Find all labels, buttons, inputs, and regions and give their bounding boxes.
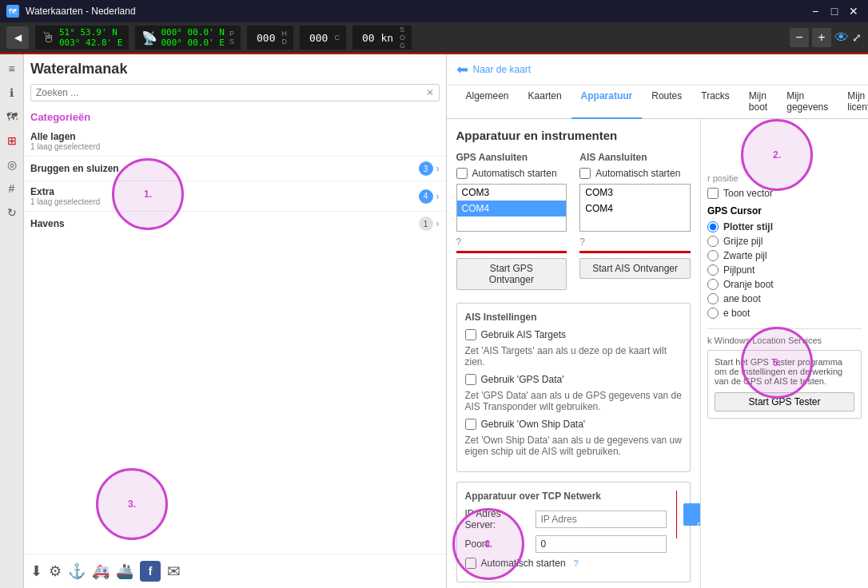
- close-button[interactable]: ✕: [846, 3, 862, 19]
- start-gps-button[interactable]: Start GPS Ontvanger: [456, 258, 567, 290]
- minimize-button[interactable]: −: [807, 3, 823, 19]
- eye-icon[interactable]: 👁: [834, 30, 849, 46]
- category-havens[interactable]: Havens 1 ›: [24, 213, 446, 234]
- cursor-e-row: e boot: [707, 308, 862, 319]
- mail-icon[interactable]: ✉: [167, 562, 181, 581]
- category-bridges[interactable]: Bruggen en sluizen 3 ›: [24, 158, 446, 179]
- back-nav-button[interactable]: ◀: [6, 26, 29, 49]
- circle-icon[interactable]: ◎: [2, 155, 22, 174]
- tab-mijn-boot[interactable]: Mijn boot: [739, 85, 777, 119]
- gps-auto-start-label: Automatisch starten: [472, 168, 557, 179]
- content-body: Apparatuur en instrumenten GPS Aansluite…: [447, 119, 869, 588]
- layers-icon[interactable]: ≡: [2, 59, 22, 78]
- gps-lat: 000° 00.0' N: [161, 27, 224, 38]
- content-area: ⬅ Naar de kaart Algemeen Kaarten Apparat…: [447, 54, 869, 588]
- gps-port-com4[interactable]: COM4: [457, 201, 567, 217]
- tab-mijn-licentie[interactable]: Mijn licentie: [838, 85, 868, 119]
- anchor-icon[interactable]: ⚓: [68, 562, 86, 580]
- gps-coord-group: 📡 000° 00.0' N 000° 00.0' E P S: [135, 26, 241, 50]
- settings-icon[interactable]: ⊞: [2, 131, 22, 150]
- ship-icon[interactable]: 🚢: [116, 562, 133, 580]
- start-ontvangst-button[interactable]: Start ontvangst: [683, 503, 700, 526]
- start-ais-button[interactable]: Start AIS Ontvanger: [579, 258, 691, 279]
- ais-settings-section: AIS Instellingen Gebruik AIS Targets Zet…: [456, 303, 691, 472]
- tcp-auto-start-label: Automatisch starten: [481, 558, 566, 569]
- window-controls: − □ ✕: [807, 3, 862, 19]
- tcp-auto-start-checkbox[interactable]: [465, 558, 476, 569]
- satellite-icon: 📡: [141, 30, 157, 46]
- gps-tester-description: Start het GPS Tester programma om de ins…: [715, 357, 854, 386]
- tab-apparatuur[interactable]: Apparatuur: [571, 85, 643, 119]
- g-label: G: [400, 42, 405, 50]
- info-icon[interactable]: ℹ: [2, 83, 22, 102]
- gps-ais-row: GPS Aansluiten Automatisch starten COM3 …: [456, 152, 691, 290]
- tab-algemeen[interactable]: Algemeen: [456, 85, 519, 119]
- category-bridges-badge: 3: [419, 161, 433, 176]
- cursor-plotter-radio[interactable]: [707, 221, 719, 232]
- back-to-map-button[interactable]: ⬅ Naar de kaart: [456, 61, 532, 78]
- right-panel: 2. r positie Toon vector GPS Cursor Plot…: [700, 119, 868, 588]
- ais-red-line: [579, 251, 691, 253]
- back-arrow-icon: ⬅: [456, 61, 468, 78]
- port-input[interactable]: [536, 535, 667, 553]
- ais-port-com3[interactable]: COM3: [580, 185, 690, 201]
- calc-icon[interactable]: #: [2, 179, 22, 198]
- maximize-button[interactable]: □: [826, 3, 842, 19]
- gps-port-listbox[interactable]: COM3 COM4: [456, 184, 567, 232]
- use-targets-checkbox[interactable]: [465, 329, 476, 340]
- tab-mijn-gegevens[interactable]: Mijn gegevens: [777, 85, 838, 119]
- gps-tester-panel: Start het GPS Tester programma om de ins…: [707, 350, 862, 419]
- search-input[interactable]: [36, 87, 423, 98]
- main-layout: ≡ ℹ 🗺 ⊞ ◎ # ↻ Wateralmanak ✕ Categorieën…: [0, 54, 868, 588]
- use-own-ship-checkbox[interactable]: [465, 419, 476, 430]
- titlebar: 🗺 Waterkaarten - Nederland − □ ✕: [0, 0, 868, 22]
- cursor-black-radio[interactable]: [707, 250, 719, 261]
- map-icon[interactable]: 🗺: [2, 107, 22, 126]
- cursor-e-radio[interactable]: [707, 308, 719, 319]
- tab-tracks[interactable]: Tracks: [691, 85, 739, 119]
- category-extra[interactable]: Extra 1 laag geselecteerd 4 ›: [24, 183, 446, 209]
- cursor-orange-row: Oranje boot: [707, 279, 862, 290]
- speed-group: 000 C: [300, 26, 346, 50]
- lifebuoy-icon[interactable]: 🚑: [92, 562, 109, 580]
- cursor-arrow-radio[interactable]: [707, 264, 719, 276]
- ais-auto-start-checkbox[interactable]: [579, 168, 591, 179]
- cursor-grey-radio[interactable]: [707, 236, 719, 247]
- zoom-in-button[interactable]: +: [812, 28, 831, 47]
- ip-row: IP Adres Server:: [465, 508, 667, 530]
- download-icon[interactable]: ⬇: [30, 562, 42, 580]
- refresh-icon[interactable]: ↻: [2, 203, 22, 222]
- mouse-icon: 🖱: [42, 30, 56, 46]
- start-gps-tester-button[interactable]: Start GPS Tester: [715, 392, 854, 411]
- cursor-orange-radio[interactable]: [707, 279, 719, 290]
- ais-port-listbox[interactable]: COM3 COM4: [579, 184, 691, 232]
- expand-icon[interactable]: ⤢: [852, 31, 862, 44]
- cursor-ane-row: ane boot: [707, 293, 862, 304]
- ip-input[interactable]: [536, 511, 667, 528]
- tab-kaarten[interactable]: Kaarten: [519, 85, 571, 119]
- use-gps-info: Zet 'GPS Data' aan als u de GPS gegevens…: [465, 390, 683, 412]
- tab-routes[interactable]: Routes: [642, 85, 691, 119]
- cursor-grey-row: Grijze pijl: [707, 236, 862, 247]
- ais-port-com4[interactable]: COM4: [580, 201, 690, 217]
- ais-auto-start-row: Automatisch starten: [579, 168, 691, 179]
- ais-column: AIS Aansluiten Automatisch starten COM3 …: [579, 152, 691, 290]
- h-label: H: [281, 30, 287, 38]
- category-all-layers-name: Alle lagen: [30, 131, 440, 142]
- toon-vector-checkbox[interactable]: [707, 188, 719, 199]
- category-all-layers[interactable]: Alle lagen 1 laag geselecteerd: [24, 128, 446, 154]
- chevron-right-icon3: ›: [436, 218, 440, 229]
- facebook-button[interactable]: f: [140, 561, 161, 582]
- cursor-ane-radio[interactable]: [707, 293, 719, 304]
- zoom-out-button[interactable]: −: [790, 28, 809, 47]
- gear-icon[interactable]: ⚙: [49, 562, 62, 580]
- gps-title: GPS Aansluiten: [456, 152, 567, 163]
- gps-auto-start-checkbox[interactable]: [456, 168, 468, 179]
- cursor-plotter-label: Plotter stijl: [723, 221, 773, 232]
- left-icon-bar: ≡ ℹ 🗺 ⊞ ◎ # ↻: [0, 54, 24, 588]
- chevron-right-icon: ›: [436, 163, 440, 174]
- zoom-controls: − + 👁 ⤢: [790, 28, 862, 47]
- search-clear-icon[interactable]: ✕: [426, 87, 434, 98]
- use-gps-checkbox[interactable]: [465, 374, 476, 385]
- gps-port-com3[interactable]: COM3: [457, 185, 567, 201]
